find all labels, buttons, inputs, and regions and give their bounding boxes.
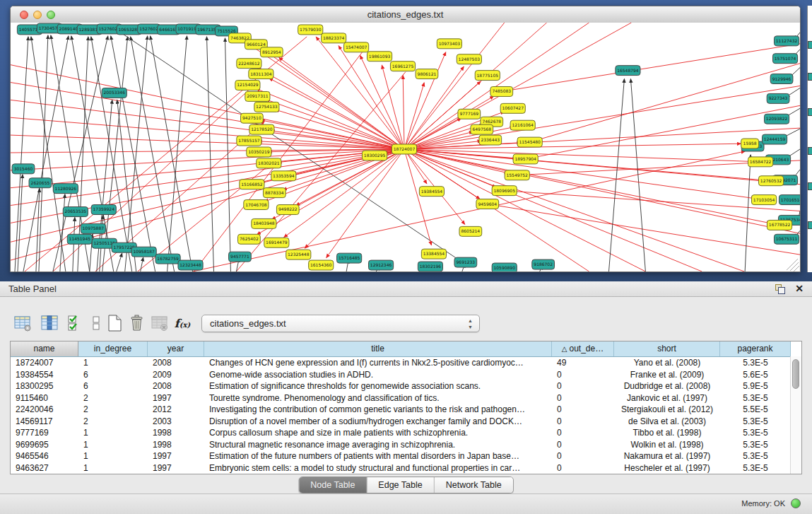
graph-node[interactable]: 7625402 xyxy=(238,234,261,244)
row-panel-icon[interactable] xyxy=(86,313,106,333)
graph-node[interactable]: 8605214 xyxy=(459,226,482,236)
network-canvas[interactable]: 1405571417304573208914061289381915276021… xyxy=(11,23,800,271)
graph-node[interactable]: 9427510 xyxy=(241,113,264,123)
graph-node[interactable]: 10958187 xyxy=(131,247,156,257)
graph-node[interactable]: 12154029 xyxy=(235,81,260,90)
new-column-icon[interactable] xyxy=(105,313,124,333)
network-window-titlebar[interactable]: citations_edges.txt xyxy=(11,6,800,23)
graph-node[interactable]: 11451945 xyxy=(67,234,92,244)
graph-node[interactable]: 12323448 xyxy=(178,260,203,270)
float-panel-icon[interactable] xyxy=(775,284,785,294)
function-builder-icon[interactable]: f(x) xyxy=(172,313,192,333)
close-panel-icon[interactable]: ✕ xyxy=(795,283,804,294)
scrollbar-thumb[interactable] xyxy=(792,359,799,389)
table-row[interactable]: 1938455462009Genome-wide association stu… xyxy=(11,369,801,381)
graph-node[interactable]: 18403948 xyxy=(252,218,276,228)
graph-node[interactable]: 11280926 xyxy=(53,184,78,194)
graph-node[interactable]: 9457771 xyxy=(229,252,252,262)
graph-node[interactable]: 12093822 xyxy=(764,114,789,124)
graph-node[interactable]: 16154360 xyxy=(309,260,334,270)
graph-node[interactable]: 17855157 xyxy=(237,136,261,146)
graph-node[interactable]: 2620655 xyxy=(29,178,52,188)
column-header-in_degree[interactable]: in_degree xyxy=(78,341,148,356)
graph-node[interactable]: 16782759 xyxy=(155,254,180,264)
graph-node[interactable]: 18957904 xyxy=(513,154,538,164)
graph-node[interactable]: 12178520 xyxy=(249,124,274,134)
table-row[interactable]: 946362711997Embryonic stem cells: a mode… xyxy=(11,462,801,474)
graph-node[interactable]: 15549752 xyxy=(505,170,529,180)
graph-node[interactable]: 10607427 xyxy=(500,103,525,113)
graph-node[interactable]: 13353594 xyxy=(271,171,296,181)
graph-node[interactable]: 12325448 xyxy=(286,250,311,259)
graph-node[interactable]: 22248612 xyxy=(237,59,261,69)
graph-node[interactable]: 16778522 xyxy=(767,220,792,230)
graph-node[interactable]: 16914479 xyxy=(264,238,289,247)
graph-node[interactable]: 10675311 xyxy=(774,234,799,244)
column-header-out_de[interactable]: △out_de… xyxy=(552,341,614,356)
graph-node[interactable]: 9777169 xyxy=(458,109,481,119)
table-row[interactable]: 2242004622012Investigating the contribut… xyxy=(11,404,801,416)
graph-node[interactable]: 9691233 xyxy=(454,257,477,267)
table-row[interactable]: 1456911722003Disruption of a novel membe… xyxy=(11,416,801,428)
graph-node[interactable]: 19384554 xyxy=(419,187,444,197)
graph-node[interactable]: 18724007 xyxy=(392,144,416,154)
graph-node[interactable]: 9227343 xyxy=(767,93,789,103)
graph-node[interactable]: 12754133 xyxy=(254,102,279,112)
graph-node[interactable]: 12760532 xyxy=(759,176,784,186)
graph-node[interactable]: 20917311 xyxy=(245,91,270,101)
table-row[interactable]: 1830029562008Estimation of significance … xyxy=(11,380,801,392)
graph-node[interactable]: 15958 xyxy=(741,139,759,148)
graph-node[interactable]: 18775105 xyxy=(475,71,500,81)
table-row[interactable]: 977716911998Corpus callosum shape and si… xyxy=(11,427,801,439)
graph-node[interactable]: 2336443 xyxy=(479,135,502,145)
graph-node[interactable]: 12161064 xyxy=(510,120,535,130)
delete-columns-icon[interactable] xyxy=(127,313,147,333)
graph-node[interactable]: 10590890 xyxy=(492,263,517,271)
graph-node[interactable]: 15751074 xyxy=(772,54,797,64)
graph-node[interactable]: 12444159 xyxy=(762,134,787,144)
graph-node[interactable]: 18302196 xyxy=(418,262,442,271)
graph-node[interactable]: 8912954 xyxy=(260,47,283,57)
graph-node[interactable]: 9129946 xyxy=(770,74,793,84)
graph-node[interactable]: 7485083 xyxy=(490,86,513,96)
table-row[interactable]: 1872400712008Changes of HCN gene express… xyxy=(11,357,801,369)
citation-network-graph[interactable]: 1405571417304573208914061289381915276021… xyxy=(11,23,800,271)
graph-node[interactable]: 18096905 xyxy=(492,186,517,196)
graph-node[interactable]: 9186702 xyxy=(532,259,555,269)
graph-node[interactable]: 12912346 xyxy=(368,260,393,270)
column-header-pagerank[interactable]: pagerank xyxy=(720,341,791,356)
column-header-short[interactable]: short xyxy=(614,341,720,356)
tab-node-table[interactable]: Node Table xyxy=(299,477,367,493)
graph-node[interactable]: 17359924 xyxy=(91,205,116,215)
table-select-dropdown[interactable]: citations_edges.txt ▲▼ xyxy=(201,315,480,332)
graph-node[interactable]: 8878334 xyxy=(263,188,286,198)
graph-node[interactable]: 10973403 xyxy=(437,39,461,49)
memory-status-indicator[interactable] xyxy=(791,498,801,508)
graph-node[interactable]: 17103054 xyxy=(752,195,777,205)
table-vertical-scrollbar[interactable] xyxy=(790,356,801,474)
graph-node[interactable]: 9806121 xyxy=(416,69,438,79)
graph-node[interactable]: 10350219 xyxy=(247,147,271,157)
column-header-name[interactable]: name xyxy=(11,341,78,356)
graph-node[interactable]: 20053346 xyxy=(102,88,126,98)
graph-node[interactable]: 3015460 xyxy=(12,164,35,174)
select-mode-icon[interactable] xyxy=(65,313,85,333)
graph-node[interactable]: 11127432 xyxy=(774,36,799,46)
graph-node[interactable]: 15166852 xyxy=(240,180,264,189)
graph-node[interactable]: 16584722 xyxy=(748,157,773,167)
column-header-year[interactable]: year xyxy=(148,341,204,356)
graph-node[interactable]: 6497568 xyxy=(471,124,493,134)
graph-node[interactable]: 15716485 xyxy=(337,253,362,263)
graph-node[interactable]: 13384554 xyxy=(421,249,446,259)
tab-network-table[interactable]: Network Table xyxy=(435,477,513,493)
graph-node[interactable]: 18302021 xyxy=(257,158,281,168)
show-columns-icon[interactable] xyxy=(40,313,59,333)
graph-node[interactable]: 17016514 xyxy=(779,195,800,205)
graph-node[interactable]: 19861093 xyxy=(367,52,392,62)
graph-node[interactable]: 16548794 xyxy=(616,66,640,76)
graph-node[interactable]: 1527602 xyxy=(138,24,160,34)
graph-node[interactable]: 15474007 xyxy=(344,42,369,52)
table-mode-icon[interactable] xyxy=(13,313,33,333)
graph-node[interactable]: 9459604 xyxy=(476,199,499,209)
graph-node[interactable]: 16961275 xyxy=(390,62,415,71)
